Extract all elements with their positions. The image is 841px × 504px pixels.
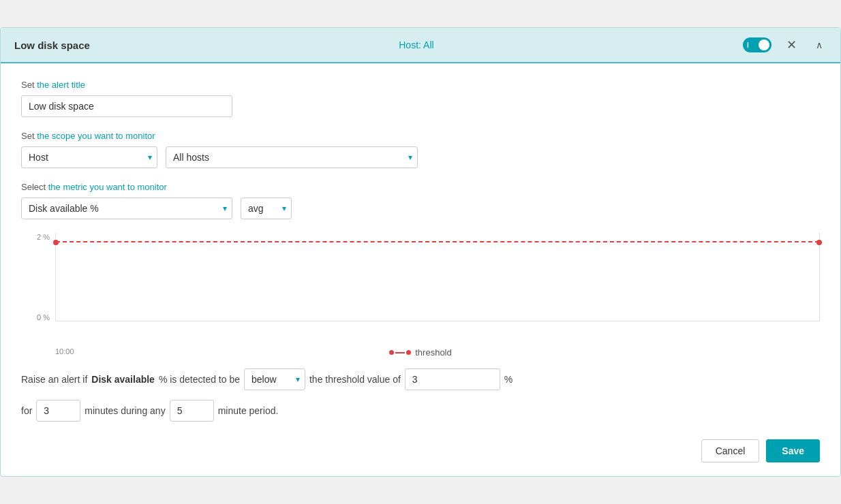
all-hosts-select[interactable]: All hosts bbox=[166, 146, 418, 168]
toggle-track[interactable]: I bbox=[743, 37, 771, 52]
y-label-top: 2 % bbox=[37, 233, 50, 241]
toggle-label: I bbox=[747, 42, 749, 49]
threshold-unit: % bbox=[504, 374, 513, 385]
footer-row: Cancel Save bbox=[21, 435, 820, 462]
chart-y-labels: 2 % 0 % bbox=[21, 233, 54, 321]
close-button[interactable]: ✕ bbox=[782, 36, 801, 54]
metric-highlight: the metric you want to monitor bbox=[48, 182, 167, 192]
toggle-knob bbox=[759, 40, 769, 50]
scope-highlight: the scope you want to monitor bbox=[37, 131, 155, 141]
aggregation-select[interactable]: avg min max bbox=[241, 198, 292, 219]
scope-row: Host ▾ All hosts ▾ bbox=[21, 146, 820, 168]
title-highlight: the alert title bbox=[37, 80, 85, 90]
title-section-label: Set the alert title bbox=[21, 80, 820, 90]
chart-x-label: 10:00 bbox=[55, 347, 74, 356]
threshold-value-input[interactable] bbox=[405, 368, 500, 390]
legend-label: threshold bbox=[415, 347, 451, 358]
legend-icon bbox=[389, 350, 411, 355]
threshold-dot-right bbox=[816, 240, 822, 245]
collapse-button[interactable]: ∧ bbox=[812, 38, 827, 52]
minutes-input[interactable] bbox=[36, 400, 80, 422]
metric-select-wrap: Disk available % ▾ bbox=[21, 198, 232, 219]
modal-body: Set the alert title Set the scope you wa… bbox=[1, 63, 840, 476]
title-section: Set the alert title bbox=[21, 80, 820, 117]
threshold-line bbox=[56, 241, 819, 242]
scope-section: Set the scope you want to monitor Host ▾… bbox=[21, 131, 820, 168]
period-row: for minutes during any minute period. bbox=[21, 400, 820, 422]
for-label: for bbox=[21, 405, 32, 416]
chart-container bbox=[55, 233, 820, 321]
alert-suffix-2: the threshold value of bbox=[309, 374, 401, 385]
host-type-select-wrap: Host ▾ bbox=[21, 146, 157, 168]
host-label: Host: All bbox=[90, 40, 743, 50]
metric-section-label: Select the metric you want to monitor bbox=[21, 182, 820, 192]
metric-section: Select the metric you want to monitor Di… bbox=[21, 182, 820, 219]
modal-header: Low disk space Host: All I ✕ ∧ bbox=[1, 28, 840, 63]
period-input[interactable] bbox=[170, 400, 214, 422]
condition-select[interactable]: below above bbox=[244, 368, 305, 390]
metric-row: Disk available % ▾ avg min max ▾ bbox=[21, 198, 820, 219]
condition-select-wrap: below above ▾ bbox=[244, 368, 305, 390]
legend-dot-left bbox=[389, 350, 394, 355]
hosts-select-wrap: All hosts ▾ bbox=[166, 146, 418, 168]
period-label: minute period. bbox=[218, 405, 279, 416]
chart-area: 2 % 0 % 10:00 bbox=[21, 233, 820, 342]
alert-config-row: Raise an alert if Disk available % is de… bbox=[21, 368, 820, 390]
save-button[interactable]: Save bbox=[766, 439, 820, 462]
legend-dot-right bbox=[406, 350, 411, 355]
aggregation-select-wrap: avg min max ▾ bbox=[241, 198, 292, 219]
alert-prefix: Raise an alert if bbox=[21, 374, 87, 385]
host-type-select[interactable]: Host bbox=[21, 146, 157, 168]
header-controls: I ✕ ∧ bbox=[743, 36, 827, 54]
modal-title: Low disk space bbox=[14, 40, 90, 51]
cancel-button[interactable]: Cancel bbox=[701, 439, 760, 462]
legend-line-1 bbox=[395, 352, 405, 353]
enable-toggle[interactable]: I bbox=[743, 37, 771, 52]
chart-legend: threshold bbox=[21, 347, 820, 358]
during-label: minutes during any bbox=[85, 405, 165, 416]
y-label-bottom: 0 % bbox=[37, 313, 50, 321]
metric-select[interactable]: Disk available % bbox=[21, 198, 232, 219]
scope-section-label: Set the scope you want to monitor bbox=[21, 131, 820, 141]
alert-metric-bold: Disk available bbox=[91, 374, 155, 385]
alert-suffix-1: % is detected to be bbox=[159, 374, 240, 385]
alert-modal: Low disk space Host: All I ✕ ∧ Set the a… bbox=[0, 27, 841, 477]
alert-title-input[interactable] bbox=[21, 95, 232, 117]
